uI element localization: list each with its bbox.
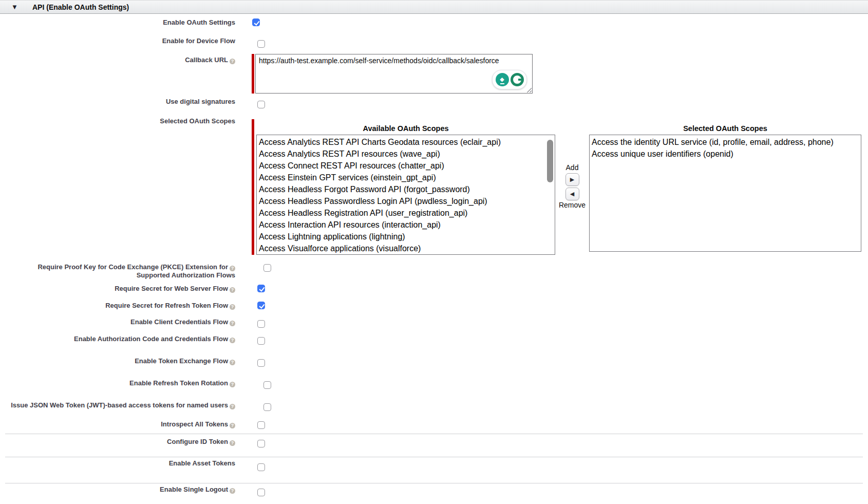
row-pkce: Require Proof Key for Code Exchange (PKC… — [0, 263, 271, 279]
device-flow-checkbox[interactable] — [257, 40, 265, 48]
asset-tokens-checkbox[interactable] — [257, 463, 265, 471]
scope-option[interactable]: Access Headless Registration API (user_r… — [257, 207, 555, 219]
single-logout-checkbox[interactable] — [257, 489, 265, 496]
scope-option[interactable]: Access the identity URL service (id, pro… — [590, 136, 861, 148]
oauth-scopes-label: Selected OAuth Scopes — [0, 117, 235, 125]
auth-code-credentials-checkbox[interactable] — [257, 337, 265, 345]
help-icon[interactable]: ? — [230, 382, 235, 387]
row-asset-tokens: Enable Asset Tokens — [0, 459, 265, 471]
help-icon[interactable]: ? — [230, 287, 235, 293]
scope-option[interactable]: Access Einstein GPT services (einstein_g… — [257, 172, 555, 183]
scope-option[interactable]: Access Analytics REST API resources (wav… — [257, 148, 555, 160]
oauth-settings-section: ▼ API (Enable OAuth Settings) Enable OAu… — [0, 0, 868, 504]
row-oauth-scopes: Selected OAuth Scopes — [0, 117, 235, 125]
client-credentials-label: Enable Client Credentials Flow? — [0, 318, 235, 326]
scope-option[interactable]: Access Analytics REST API Charts Geodata… — [257, 136, 555, 148]
section-title: API (Enable OAuth Settings) — [32, 3, 129, 11]
add-remove-controls: Add ▶ ◀ Remove — [554, 163, 591, 209]
enable-oauth-checkbox[interactable] — [252, 18, 260, 26]
remove-arrow-icon: ◀ — [570, 191, 574, 197]
help-icon[interactable]: ? — [230, 304, 235, 310]
grammarly-g-icon[interactable] — [511, 73, 524, 86]
required-field-bar — [252, 54, 254, 94]
refresh-token-secret-checkbox[interactable] — [257, 302, 265, 309]
help-icon[interactable]: ? — [230, 338, 235, 343]
device-flow-label: Enable for Device Flow — [0, 37, 235, 45]
refresh-rotation-label: Enable Refresh Token Rotation? — [0, 379, 235, 387]
web-server-secret-label: Require Secret for Web Server Flow? — [0, 285, 235, 293]
scope-option[interactable]: Access Connect REST API resources (chatt… — [257, 160, 555, 172]
add-label: Add — [554, 163, 591, 172]
configure-id-token-label: Configure ID Token? — [0, 438, 235, 446]
row-token-exchange: Enable Token Exchange Flow? — [0, 357, 265, 367]
refresh-token-secret-label: Require Secret for Refresh Token Flow? — [0, 302, 235, 310]
section-divider — [5, 434, 863, 434]
section-divider — [5, 483, 863, 483]
grammarly-lightbulb-icon[interactable]: ◆ — [496, 73, 509, 86]
resize-handle-icon[interactable] — [526, 87, 532, 92]
row-device-flow: Enable for Device Flow — [0, 37, 265, 48]
scope-option[interactable]: Access Visualforce applications (visualf… — [257, 242, 555, 254]
help-icon[interactable]: ? — [230, 360, 235, 365]
required-field-bar — [252, 119, 254, 255]
pkce-checkbox[interactable] — [263, 264, 271, 272]
digital-signatures-label: Use digital signatures — [0, 98, 235, 105]
row-auth-code-credentials: Enable Authorization Code and Credential… — [0, 335, 265, 345]
row-enable-oauth: Enable OAuth Settings — [0, 18, 260, 26]
collapse-triangle-icon[interactable]: ▼ — [11, 3, 18, 11]
scrollbar-thumb[interactable] — [547, 140, 553, 182]
row-jwt-tokens: Issue JSON Web Token (JWT)-based access … — [0, 401, 271, 411]
row-single-logout: Enable Single Logout? — [0, 486, 265, 496]
introspect-checkbox[interactable] — [257, 421, 265, 429]
row-refresh-token-secret: Require Secret for Refresh Token Flow? — [0, 302, 265, 310]
jwt-tokens-label: Issue JSON Web Token (JWT)-based access … — [0, 401, 235, 409]
client-credentials-checkbox[interactable] — [257, 320, 265, 328]
row-callback-url: Callback URL? https://auth-test.example.… — [0, 54, 533, 94]
scope-option[interactable]: Access Interaction API resources (intera… — [257, 219, 555, 231]
scope-option[interactable]: Access unique user identifiers (openid) — [590, 148, 861, 160]
help-icon[interactable]: ? — [230, 423, 235, 428]
row-digital-signatures: Use digital signatures — [0, 98, 265, 108]
jwt-tokens-checkbox[interactable] — [263, 403, 271, 411]
callback-url-label: Callback URL? — [0, 54, 235, 64]
add-arrow-icon: ▶ — [570, 176, 574, 182]
token-exchange-label: Enable Token Exchange Flow? — [0, 357, 235, 365]
enable-oauth-label: Enable OAuth Settings — [0, 18, 235, 26]
row-client-credentials: Enable Client Credentials Flow? — [0, 318, 265, 328]
available-scopes-header: Available OAuth Scopes — [256, 124, 555, 133]
pkce-label: Require Proof Key for Code Exchange (PKC… — [0, 263, 235, 279]
help-icon[interactable]: ? — [230, 59, 235, 64]
grammarly-widget[interactable]: ◆ — [492, 70, 527, 89]
refresh-rotation-checkbox[interactable] — [263, 381, 271, 389]
row-web-server-secret: Require Secret for Web Server Flow? — [0, 285, 265, 293]
help-icon[interactable]: ? — [230, 321, 235, 326]
remove-label: Remove — [554, 201, 591, 209]
row-refresh-rotation: Enable Refresh Token Rotation? — [0, 379, 271, 389]
help-icon[interactable]: ? — [230, 440, 235, 446]
configure-id-token-checkbox[interactable] — [257, 440, 265, 447]
scope-option[interactable]: Access Headless Passwordless Login API (… — [257, 195, 555, 207]
callback-url-value: https://auth-test.example.com/self-servi… — [259, 57, 499, 65]
callback-url-input[interactable]: https://auth-test.example.com/self-servi… — [255, 54, 533, 94]
asset-tokens-label: Enable Asset Tokens — [0, 459, 235, 467]
digital-signatures-checkbox[interactable] — [257, 101, 265, 108]
remove-button[interactable]: ◀ — [565, 188, 579, 200]
available-scopes-listbox[interactable]: Access Analytics REST API Charts Geodata… — [256, 135, 555, 255]
help-icon[interactable]: ? — [230, 266, 235, 271]
row-introspect: Introspect All Tokens? — [0, 420, 265, 429]
section-header: ▼ API (Enable OAuth Settings) — [0, 0, 868, 14]
scope-option[interactable]: Access Lightning applications (lightning… — [257, 231, 555, 242]
add-button[interactable]: ▶ — [565, 173, 579, 186]
selected-scopes-listbox[interactable]: Access the identity URL service (id, pro… — [589, 135, 861, 252]
introspect-label: Introspect All Tokens? — [0, 420, 235, 428]
web-server-secret-checkbox[interactable] — [257, 285, 265, 292]
row-configure-id-token: Configure ID Token? — [0, 438, 265, 447]
scope-option[interactable]: Access Headless Forgot Password API (for… — [257, 183, 555, 195]
selected-scopes-header: Selected OAuth Scopes — [589, 124, 861, 133]
single-logout-label: Enable Single Logout? — [0, 486, 235, 494]
section-divider — [5, 457, 863, 457]
auth-code-credentials-label: Enable Authorization Code and Credential… — [0, 335, 235, 343]
help-icon[interactable]: ? — [230, 404, 235, 409]
token-exchange-checkbox[interactable] — [257, 359, 265, 367]
help-icon[interactable]: ? — [230, 488, 235, 494]
